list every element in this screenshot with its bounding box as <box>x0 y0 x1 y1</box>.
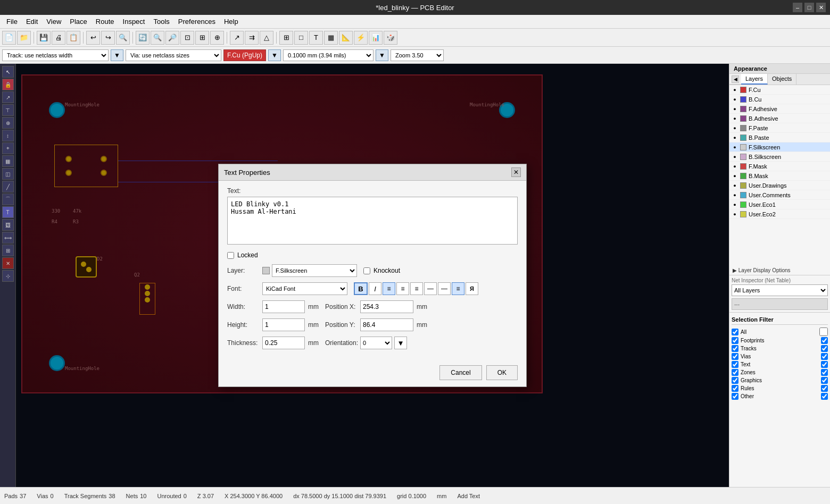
layer-badhesive[interactable]: ● B.Adhesive <box>729 114 830 123</box>
layer-bcu[interactable]: ● B.Cu <box>729 95 830 104</box>
sf-graphics-checkbox[interactable] <box>732 377 738 384</box>
net-search-box[interactable]: --- <box>732 298 828 310</box>
zoom-out-button[interactable]: 🔎 <box>165 31 179 45</box>
sf-tracks-right-checkbox[interactable] <box>821 345 828 352</box>
redo-button[interactable]: ↪ <box>101 31 115 45</box>
menu-file[interactable]: File <box>2 16 22 27</box>
netlist-button[interactable]: 📊 <box>369 31 383 45</box>
text-input[interactable]: LED Blinky v0.1 Hussam Al-Hertani <box>227 197 518 245</box>
print-button[interactable]: 🖨 <box>52 31 65 45</box>
menu-help[interactable]: Help <box>220 16 243 27</box>
menu-tools[interactable]: Tools <box>149 16 173 27</box>
sf-rules-checkbox[interactable] <box>732 385 738 392</box>
sf-other-checkbox[interactable] <box>732 393 738 400</box>
add-via-btn[interactable]: ⊕ <box>2 117 14 129</box>
sf-vias-right-checkbox[interactable] <box>821 353 828 360</box>
delete-btn[interactable]: ✕ <box>2 257 14 269</box>
sf-text-right-checkbox[interactable] <box>821 361 828 368</box>
route-diff-button[interactable]: ⇉ <box>245 31 259 45</box>
menu-preferences[interactable]: Preferences <box>174 16 220 27</box>
clearance-select[interactable]: 0.1000 mm (3.94 mils) <box>283 49 374 61</box>
ok-button[interactable]: OK <box>486 365 518 380</box>
layer-bmask[interactable]: ● B.Mask <box>729 171 830 181</box>
height-input[interactable] <box>262 318 305 331</box>
layer-userdrawings[interactable]: ● User.Drawings <box>729 181 830 190</box>
mirror-button[interactable]: Я <box>466 282 478 295</box>
sf-tracks-checkbox[interactable] <box>732 345 738 352</box>
local-ratsnest-btn[interactable]: 🔒 <box>2 79 14 90</box>
align-center-button[interactable]: ≡ <box>396 282 409 295</box>
route-topo-button[interactable]: △ <box>260 31 273 45</box>
spacing-button-1[interactable]: — <box>424 282 437 295</box>
3d-view-button[interactable]: 🎲 <box>384 31 397 45</box>
dimension-btn[interactable]: ⟺ <box>2 232 14 243</box>
spacing-button-3[interactable]: ≡ <box>452 282 464 295</box>
sf-rules-right-checkbox[interactable] <box>821 385 828 392</box>
locked-checkbox[interactable] <box>227 252 234 259</box>
layer-fpaste[interactable]: ● F.Paste <box>729 123 830 133</box>
rules-button[interactable]: 📐 <box>339 31 353 45</box>
close-window-button[interactable]: ✕ <box>816 3 826 12</box>
layer-usereco2[interactable]: ● User.Eco2 <box>729 209 830 219</box>
copper-zone-btn[interactable]: ▦ <box>2 155 14 167</box>
pcb-canvas[interactable]: R4 330 R3 47k MountingHole MountingHole … <box>16 64 729 487</box>
align-left-button[interactable]: ≡ <box>383 282 395 295</box>
via-size-select[interactable]: Via: use netclass sizes <box>126 49 221 61</box>
add-zone-button[interactable]: ▦ <box>324 31 338 45</box>
align-right-button[interactable]: ≡ <box>410 282 423 295</box>
layer-nav-prev[interactable]: ◀ <box>732 75 739 83</box>
new-button[interactable]: 📄 <box>2 31 16 45</box>
zoom-fit-button[interactable]: ⊡ <box>180 31 194 45</box>
sf-graphics-right-checkbox[interactable] <box>821 377 828 384</box>
menu-place[interactable]: Place <box>65 16 92 27</box>
layer-btn-extra[interactable]: ▼ <box>268 49 281 61</box>
sf-other-right-checkbox[interactable] <box>821 393 828 400</box>
track-width-select[interactable]: Track: use netclass width <box>2 49 109 61</box>
track-width-btn[interactable]: ▼ <box>111 49 123 61</box>
sf-all-right-checkbox[interactable] <box>819 327 828 336</box>
sf-zones-right-checkbox[interactable] <box>821 369 828 376</box>
grid-btn[interactable]: ⊞ <box>2 245 14 256</box>
route-single-btn[interactable]: ⊤ <box>2 104 14 116</box>
arc-btn[interactable]: ⌒ <box>2 194 14 205</box>
bold-button[interactable]: B <box>354 282 368 295</box>
spacing-button-2[interactable]: — <box>438 282 451 295</box>
plot-button[interactable]: 📋 <box>67 31 80 45</box>
save-button[interactable]: 💾 <box>37 31 51 45</box>
all-layers-select[interactable]: All Layers <box>732 284 828 296</box>
zoom-center-button[interactable]: ⊕ <box>210 31 224 45</box>
zoom-area-button[interactable]: ⊞ <box>195 31 209 45</box>
sf-zones-checkbox[interactable] <box>732 369 738 376</box>
tab-layers[interactable]: Layers <box>741 74 768 85</box>
menu-route[interactable]: Route <box>92 16 119 27</box>
minimize-button[interactable]: – <box>793 3 802 12</box>
layer-usercomments[interactable]: ● User.Comments <box>729 190 830 200</box>
layer-bsilkscreen[interactable]: ● B.Silkscreen <box>729 152 830 162</box>
italic-button[interactable]: I <box>369 282 381 295</box>
orientation-select[interactable]: 0 90 180 270 <box>360 337 392 349</box>
knockout-checkbox[interactable] <box>363 267 370 274</box>
undo-button[interactable]: ↩ <box>86 31 100 45</box>
line-btn[interactable]: ╱ <box>2 181 14 192</box>
open-button[interactable]: 📁 <box>17 31 31 45</box>
tab-objects[interactable]: Objects <box>768 74 796 85</box>
zoom-in-button[interactable]: 🔍 <box>151 31 164 45</box>
rule-area-btn[interactable]: ◫ <box>2 168 14 180</box>
layer-fsilkscreen[interactable]: ● F.Silkscreen <box>729 142 830 152</box>
sf-vias-checkbox[interactable] <box>732 353 738 360</box>
route-single-button[interactable]: ↗ <box>230 31 244 45</box>
sf-footprints-checkbox[interactable] <box>732 337 738 344</box>
layer-fadhesive[interactable]: ● F.Adhesive <box>729 104 830 114</box>
width-input[interactable] <box>262 300 305 313</box>
select-tool-btn[interactable]: ↖ <box>2 66 14 78</box>
layer-fmask[interactable]: ● F.Mask <box>729 162 830 171</box>
restore-button[interactable]: □ <box>804 3 814 12</box>
add-footprint-button[interactable]: □ <box>294 31 308 45</box>
image-btn[interactable]: 🖼 <box>2 219 14 231</box>
add-text-button[interactable]: T <box>309 31 323 45</box>
thickness-input[interactable] <box>262 337 305 349</box>
route-track-btn[interactable]: ↗ <box>2 91 14 103</box>
layer-fcu[interactable]: ● F.Cu <box>729 85 830 95</box>
flip-btn[interactable]: ↕ <box>2 130 14 141</box>
menu-inspect[interactable]: Inspect <box>119 16 150 27</box>
